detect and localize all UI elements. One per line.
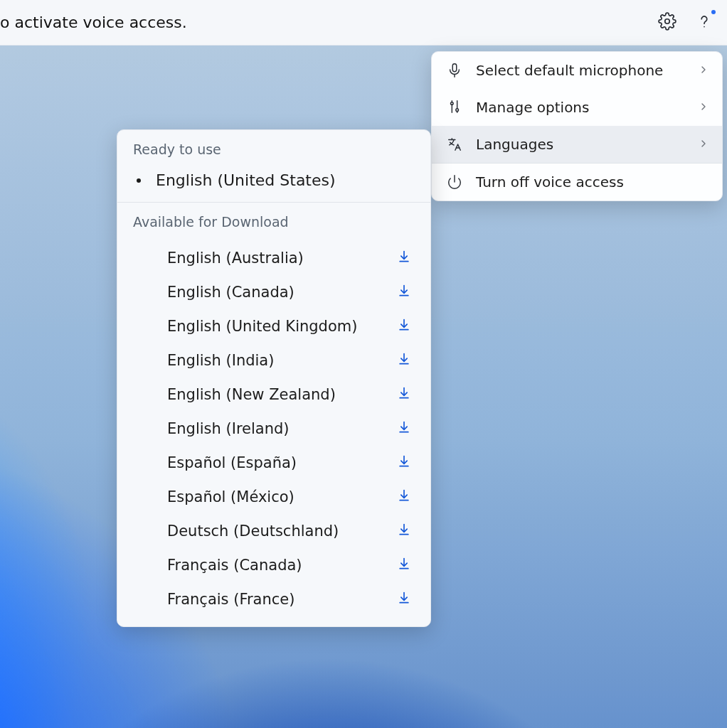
download-button[interactable]: [396, 353, 412, 368]
settings-flyout: Select default microphone Manage options: [431, 51, 723, 201]
language-item[interactable]: English (Ireland): [117, 412, 430, 446]
language-name: Français (Canada): [167, 557, 302, 574]
language-item[interactable]: English (Australia): [117, 241, 430, 275]
topbar-status-text: o activate voice access.: [0, 14, 187, 31]
language-item[interactable]: Deutsch (Deutschland): [117, 514, 430, 548]
download-button[interactable]: [396, 284, 412, 300]
download-button[interactable]: [396, 250, 412, 266]
download-icon: [397, 557, 411, 574]
notification-dot-icon: [711, 10, 716, 14]
download-button[interactable]: [396, 455, 412, 471]
voice-access-topbar: o activate voice access.: [0, 0, 727, 46]
settings-button[interactable]: [650, 6, 684, 40]
language-item[interactable]: Español (España): [117, 446, 430, 480]
selected-indicator-icon: [133, 178, 144, 183]
download-icon: [397, 523, 411, 540]
options-icon: [446, 100, 463, 115]
language-icon: [446, 136, 463, 152]
microphone-icon: [446, 63, 463, 78]
chevron-right-icon: [698, 136, 709, 153]
svg-point-11: [137, 178, 141, 183]
download-icon: [397, 454, 411, 472]
download-icon: [397, 591, 411, 609]
language-item[interactable]: English (Canada): [117, 275, 430, 309]
language-name: English (India): [167, 352, 274, 369]
download-button[interactable]: [396, 557, 412, 573]
topbar-actions: [650, 6, 721, 40]
language-name: Deutsch (Deutschland): [167, 523, 339, 540]
download-button[interactable]: [396, 523, 412, 539]
help-button[interactable]: [687, 6, 721, 40]
download-button[interactable]: [396, 489, 412, 505]
download-button[interactable]: [396, 592, 412, 607]
language-item[interactable]: Français (Canada): [117, 548, 430, 582]
download-icon: [397, 284, 411, 301]
power-icon: [446, 174, 463, 190]
download-icon: [397, 488, 411, 506]
language-item[interactable]: Français (France): [117, 582, 430, 616]
menu-item-manage-options[interactable]: Manage options: [432, 89, 722, 126]
language-name: English (New Zealand): [167, 386, 336, 403]
menu-item-languages[interactable]: Languages: [432, 126, 722, 163]
help-icon: [695, 12, 713, 33]
chevron-right-icon: [698, 99, 709, 116]
gear-icon: [658, 12, 676, 33]
download-icon: [397, 352, 411, 370]
menu-item-label: Select default microphone: [476, 62, 685, 79]
language-item-current[interactable]: English (United States): [117, 163, 430, 202]
download-button[interactable]: [396, 318, 412, 334]
language-name: Español (México): [167, 488, 294, 505]
svg-rect-2: [452, 64, 457, 72]
language-item[interactable]: English (New Zealand): [117, 378, 430, 412]
menu-item-turn-off[interactable]: Turn off voice access: [432, 164, 722, 200]
svg-point-0: [665, 18, 670, 23]
chevron-right-icon: [698, 62, 709, 79]
download-icon: [397, 386, 411, 404]
language-name: English (Ireland): [167, 420, 290, 437]
language-name: English (Australia): [167, 250, 304, 267]
menu-item-select-microphone[interactable]: Select default microphone: [432, 52, 722, 89]
section-header-download: Available for Download: [117, 203, 430, 235]
language-item[interactable]: Español (México): [117, 480, 430, 514]
language-item[interactable]: English (India): [117, 343, 430, 378]
svg-point-1: [704, 26, 705, 27]
language-name: English (United Kingdom): [167, 318, 357, 335]
download-icon: [397, 318, 411, 336]
download-icon: [397, 420, 411, 438]
section-header-ready: Ready to use: [117, 130, 430, 163]
menu-item-label: Manage options: [476, 99, 685, 116]
language-item[interactable]: English (United Kingdom): [117, 309, 430, 343]
language-name: English (Canada): [167, 284, 294, 301]
menu-item-label: Languages: [476, 136, 685, 153]
language-name: Français (France): [167, 591, 294, 608]
download-icon: [397, 250, 411, 267]
language-name: English (United States): [156, 171, 415, 189]
language-name: Español (España): [167, 454, 297, 471]
languages-submenu: Ready to use English (United States) Ava…: [117, 129, 431, 627]
menu-item-label: Turn off voice access: [476, 173, 709, 191]
download-button[interactable]: [396, 421, 412, 437]
language-list: English (Australia) English (Canada): [117, 235, 430, 626]
download-button[interactable]: [396, 387, 412, 402]
